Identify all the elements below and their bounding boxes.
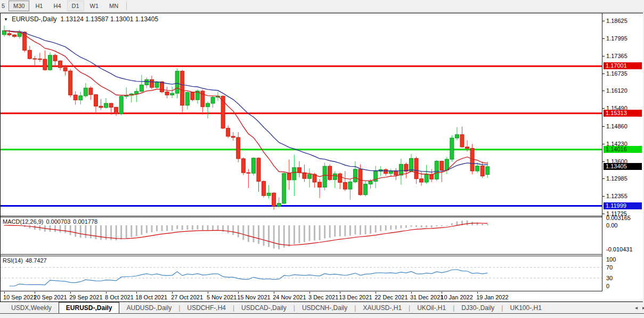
- macd-histogram-bar: [426, 225, 427, 227]
- macd-histogram-bar: [192, 225, 193, 230]
- price-axis[interactable]: 1.186251.179951.173651.167351.161201.154…: [602, 13, 643, 301]
- rsi-plot[interactable]: [1, 256, 602, 291]
- symbol-dropdown-icon[interactable]: ▼: [4, 17, 8, 22]
- macd-histogram-bar: [273, 225, 275, 249]
- macd-histogram-bar: [375, 225, 377, 232]
- macd-histogram-bar: [441, 225, 443, 226]
- macd-histogram-bar: [248, 225, 249, 242]
- candle-down: [241, 159, 245, 173]
- candle-up: [135, 91, 138, 94]
- candle-up: [476, 166, 479, 171]
- timeframe-button-mn[interactable]: MN: [104, 1, 123, 11]
- macd-histogram-bar: [146, 225, 148, 233]
- tab-uk100-h1[interactable]: UK100-,H1: [503, 302, 548, 313]
- timeframe-button-m30[interactable]: M30: [9, 1, 29, 11]
- tab-xauusd-h1[interactable]: XAUUSD-,H1: [356, 302, 409, 313]
- macd-histogram-bar: [354, 225, 356, 234]
- tab-scroll-left-icon[interactable]: ◂: [635, 305, 638, 311]
- candle-down: [28, 50, 31, 59]
- chart-ohlc-values: 1.13124 1.13587 1.13001 1.13405: [61, 15, 159, 23]
- time-tick-label: 18 Oct 2021: [135, 294, 167, 300]
- time-tick-label: 29 Sep 2021: [69, 294, 102, 300]
- candle-down: [466, 147, 469, 149]
- candle-down: [358, 169, 362, 195]
- macd-histogram-bar: [131, 225, 132, 237]
- pane-separator[interactable]: [1, 216, 602, 216]
- timeframe-button-h1[interactable]: H1: [30, 1, 47, 11]
- time-tick-mark: [238, 292, 239, 293]
- timeframe-button-d1[interactable]: D1: [67, 1, 84, 11]
- macd-histogram-bar: [80, 225, 81, 238]
- candle-up: [292, 168, 296, 180]
- price-tick-mark: [602, 214, 605, 214]
- macd-histogram-bar: [370, 225, 371, 234]
- tab-ukoil-h1[interactable]: UKOil-,H1: [410, 302, 453, 313]
- candle-down: [150, 79, 153, 87]
- rsi-axis-label: 100: [606, 256, 616, 263]
- candle-up: [455, 135, 459, 138]
- macd-histogram-bar: [314, 225, 315, 240]
- macd-histogram-bar: [467, 221, 468, 225]
- time-tick-label: 19 Jan 2022: [476, 294, 509, 300]
- time-tick-mark: [274, 292, 274, 293]
- rsi-axis-label: 70: [606, 264, 613, 271]
- candle-up: [119, 96, 123, 114]
- time-tick-mark: [208, 292, 208, 293]
- tab-dj30-daily[interactable]: DJ30-,Daily: [454, 302, 501, 313]
- time-tick-label: 13 Dec 2021: [339, 294, 372, 300]
- price-tick-mark: [602, 38, 605, 39]
- time-tick-label: 10 Sep 2021: [3, 294, 36, 300]
- time-tick-label: 24 Nov 2021: [273, 294, 306, 300]
- price-tick-mark: [602, 196, 605, 197]
- tab-usdcnh-daily[interactable]: USDCNH-,Daily: [295, 302, 354, 313]
- macd-histogram-bar: [334, 225, 336, 237]
- macd-name: MACD(12,26,9): [3, 218, 43, 225]
- candle-down: [59, 61, 62, 68]
- candle-down: [7, 34, 11, 35]
- candle-down: [13, 35, 17, 36]
- price-tick-mark: [602, 178, 605, 179]
- candle-up: [267, 193, 271, 195]
- time-tick-label: 3 Dec 2021: [308, 294, 338, 300]
- candle-up: [104, 103, 108, 108]
- macd-histogram-bar: [136, 225, 137, 236]
- time-tick-mark: [411, 292, 412, 293]
- candle-down: [257, 158, 260, 182]
- macd-histogram-bar: [319, 225, 321, 240]
- price-tick-mark: [602, 91, 605, 91]
- macd-histogram-bar: [197, 225, 198, 230]
- timeframe-button-w1[interactable]: W1: [85, 1, 104, 11]
- rsi-name: RSI(14): [3, 257, 23, 264]
- tab-eurusd-daily[interactable]: EURUSD-,Daily: [59, 302, 120, 313]
- time-tick-label: 22 Dec 2021: [374, 294, 407, 300]
- candle-down: [226, 128, 230, 136]
- price-tick-mark: [602, 161, 605, 162]
- price-level-badge: 1.15313: [604, 110, 642, 117]
- candle-down: [63, 68, 67, 71]
- tab-usdchf-h4[interactable]: USDCHF-,H4: [180, 302, 233, 313]
- candle-down: [33, 59, 37, 59]
- timeframe-button-5[interactable]: 5: [1, 1, 7, 11]
- candle-up: [410, 158, 413, 171]
- chart-tabs-bar: USDX,WeeklyEURUSD-,DailyAUDUSD-,Daily|US…: [0, 302, 644, 314]
- candle-up: [282, 174, 286, 203]
- time-tick-mark: [477, 292, 478, 293]
- macd-histogram-bar: [49, 225, 51, 232]
- timeframe-toolbar: 5M30H1H4D1W1MN: [0, 0, 644, 12]
- price-chart-plot[interactable]: [1, 13, 602, 216]
- tab-audusd-daily[interactable]: AUDUSD-,Daily: [119, 302, 178, 313]
- candle-down: [231, 136, 235, 137]
- timeframe-button-h4[interactable]: H4: [48, 1, 66, 11]
- macd-histogram-bar: [207, 225, 209, 231]
- macd-axis-label: 0.00: [606, 222, 617, 229]
- time-tick-label: 10 Jan 2022: [441, 294, 473, 300]
- time-axis[interactable]: 10 Sep 202120 Sep 202129 Sep 20218 Oct 2…: [1, 292, 602, 301]
- candlestick-series: [3, 26, 490, 210]
- macd-histogram-bar: [436, 225, 437, 226]
- tab-usdcad-daily[interactable]: USDCAD-,Daily: [234, 302, 294, 313]
- candle-up: [364, 184, 368, 195]
- macd-histogram-bar: [182, 225, 183, 230]
- rsi-axis-label: 30: [606, 275, 613, 281]
- tab-usdx-weekly[interactable]: USDX,Weekly: [4, 302, 59, 313]
- macd-histogram-bar: [212, 225, 214, 230]
